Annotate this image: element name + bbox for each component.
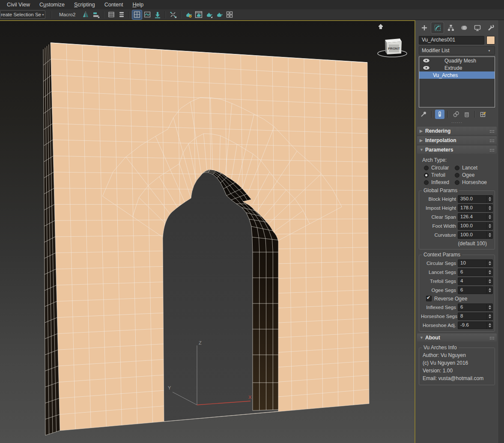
spinner-value[interactable]: 178.0 — [458, 205, 486, 211]
object-color-swatch[interactable] — [486, 36, 495, 45]
modifier-list-dropdown[interactable]: Modifier List ▼ — [419, 46, 495, 55]
spinner-value[interactable]: 100.0 — [458, 232, 486, 238]
spin-up-icon[interactable] — [489, 197, 491, 199]
rollout-parameters[interactable]: ▼Parameters — [417, 146, 497, 154]
object-name-field[interactable]: Vu_Arches001 — [419, 36, 484, 45]
visibility-eye-icon[interactable] — [423, 58, 430, 63]
radio-inflexed[interactable]: Inflexed — [424, 179, 455, 185]
material-editor-icon[interactable] — [153, 10, 162, 19]
tab-motion[interactable] — [458, 22, 470, 33]
radio-trefoil[interactable]: Trefoil — [424, 172, 455, 178]
spinner-value[interactable]: 100.0 — [458, 223, 486, 229]
spinner-arrows[interactable] — [486, 278, 492, 285]
make-unique-icon[interactable] — [451, 110, 461, 119]
rollout-interpolation[interactable]: ▶Interpolation — [417, 136, 497, 144]
modifier-row-vu-arches[interactable]: Vu_Arches — [419, 71, 495, 79]
spinner-arrows[interactable] — [486, 196, 492, 202]
spin-up-icon[interactable] — [489, 323, 491, 325]
schematic-view-icon[interactable] — [143, 10, 152, 19]
rollout-about[interactable]: ▼About — [417, 333, 497, 342]
impost-height-spinner[interactable]: 178.0 — [458, 204, 493, 212]
show-end-result-icon[interactable] — [435, 110, 444, 119]
radio-icon[interactable] — [424, 180, 429, 185]
configure-modifier-sets-icon[interactable] — [478, 110, 488, 119]
spinner-value[interactable]: 8 — [458, 313, 486, 320]
spin-down-icon[interactable] — [489, 235, 491, 237]
panel-scrollbar[interactable] — [498, 20, 504, 443]
radio-icon[interactable] — [455, 180, 459, 185]
trefoil-segs-spinner[interactable]: 4 — [458, 277, 493, 285]
remove-modifier-icon[interactable] — [462, 110, 471, 119]
macro-button[interactable]: Macro2 — [54, 12, 81, 17]
property-explorer-icon[interactable] — [117, 10, 126, 19]
modifier-row-extrude[interactable]: Extrude — [419, 64, 495, 71]
spin-down-icon[interactable] — [489, 226, 491, 228]
modifier-row-quadify-mesh[interactable]: Quadify Mesh — [419, 57, 495, 64]
viewport[interactable]: Z Y X FRONT — [0, 20, 415, 443]
manage-layers-icon[interactable] — [107, 10, 116, 19]
spinner-arrows[interactable] — [486, 322, 492, 329]
spinner-value[interactable]: 126.4 — [458, 214, 486, 220]
snaps-icon[interactable] — [168, 10, 178, 19]
checkbox-icon[interactable] — [426, 296, 432, 301]
spinner-arrows[interactable] — [486, 260, 492, 267]
radio-icon[interactable] — [455, 173, 459, 178]
tab-hierarchy[interactable] — [444, 22, 457, 33]
align-icon[interactable] — [91, 10, 101, 19]
spinner-arrows[interactable] — [486, 232, 492, 238]
panel-splitter[interactable] — [415, 120, 498, 125]
render-setup-icon[interactable] — [184, 10, 193, 19]
spin-up-icon[interactable] — [489, 314, 491, 316]
selection-set-combo[interactable]: reate Selection Se▼ — [0, 10, 45, 19]
radio-circular[interactable]: Circular — [424, 165, 455, 171]
viewcube[interactable]: FRONT — [378, 24, 407, 57]
spin-up-icon[interactable] — [489, 270, 491, 272]
tab-utilities[interactable] — [484, 22, 497, 33]
render-iterative-icon[interactable] — [215, 10, 224, 19]
spinner-value[interactable]: 350.0 — [458, 196, 486, 202]
spin-up-icon[interactable] — [489, 233, 491, 235]
visibility-eye-icon[interactable] — [423, 65, 430, 70]
clear-span-spinner[interactable]: 126.4 — [458, 213, 493, 221]
radio-lancet[interactable]: Lancet — [455, 165, 498, 171]
spinner-arrows[interactable] — [486, 304, 492, 311]
foot-width-spinner[interactable]: 100.0 — [458, 222, 493, 230]
render-production-icon[interactable] — [204, 10, 214, 19]
spin-down-icon[interactable] — [489, 273, 491, 274]
spinner-arrows[interactable] — [486, 223, 492, 229]
tab-display[interactable] — [471, 22, 483, 33]
viewcube-home-icon[interactable] — [379, 24, 383, 29]
spin-up-icon[interactable] — [489, 305, 491, 307]
menu-scripting[interactable]: Scripting — [69, 0, 100, 9]
spinner-arrows[interactable] — [486, 214, 492, 220]
rendered-frame-window-icon[interactable] — [194, 10, 203, 19]
menu-content[interactable]: Content — [100, 0, 128, 9]
pin-stack-icon[interactable] — [419, 110, 428, 119]
horseshoe-adj-spinner[interactable]: -9.6 — [458, 321, 493, 329]
tab-modify[interactable] — [431, 22, 444, 33]
viewport-canvas[interactable]: Z Y X FRONT — [0, 21, 414, 443]
ogee-segs-spinner[interactable]: 6 — [458, 286, 493, 294]
spin-down-icon[interactable] — [489, 264, 491, 265]
circular-segs-spinner[interactable]: 10 — [458, 259, 493, 267]
spin-up-icon[interactable] — [489, 206, 491, 208]
mirror-icon[interactable] — [81, 10, 90, 19]
spinner-value[interactable]: -9.6 — [458, 322, 486, 329]
lancet-segs-spinner[interactable]: 6 — [458, 268, 493, 276]
spin-up-icon[interactable] — [489, 261, 491, 263]
spin-down-icon[interactable] — [489, 199, 491, 201]
spin-down-icon[interactable] — [489, 326, 491, 327]
menu-civil-view[interactable]: Civil View — [2, 0, 35, 9]
rollout-rendering[interactable]: ▶Rendering — [417, 127, 497, 135]
reverse-ogee-checkbox-row[interactable]: Reverse Ogee — [426, 294, 493, 303]
horseshoe-segs-spinner[interactable]: 8 — [458, 312, 493, 320]
inflexed-segs-spinner[interactable]: 6 — [458, 303, 493, 311]
spinner-value[interactable]: 6 — [458, 304, 486, 311]
spinner-value[interactable]: 10 — [458, 260, 486, 267]
menu-customize[interactable]: Customize — [35, 0, 69, 9]
spin-down-icon[interactable] — [489, 308, 491, 309]
spin-down-icon[interactable] — [489, 217, 491, 219]
spin-up-icon[interactable] — [489, 288, 491, 290]
spinner-value[interactable]: 6 — [458, 269, 486, 276]
spinner-value[interactable]: 6 — [458, 287, 486, 294]
